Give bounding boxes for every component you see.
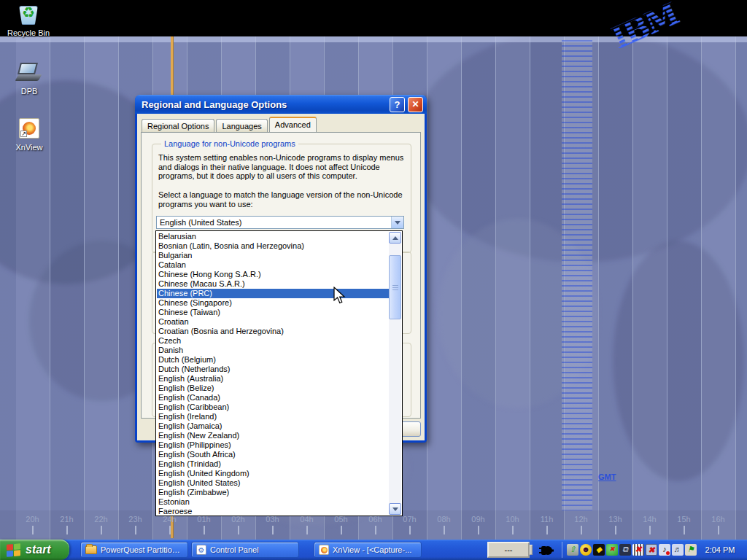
timezone-label: 20h — [15, 515, 50, 534]
timezone-label: 02h — [221, 515, 255, 534]
taskbar-button-control-panel[interactable]: ⚙ Control Panel — [191, 542, 299, 558]
dialog-title: Regional and Language Options — [135, 99, 390, 110]
gmt-label: GMT — [598, 472, 616, 481]
language-option[interactable]: Chinese (Singapore) — [157, 298, 390, 308]
start-button[interactable]: start — [0, 540, 69, 560]
groupbox-title: Language for non-Unicode programs — [161, 139, 298, 148]
offline-globe-icon[interactable]: ✖ — [606, 544, 618, 556]
language-option[interactable]: Chinese (PRC) — [157, 289, 390, 298]
chevron-down-icon — [395, 221, 400, 225]
language-option[interactable]: Chinese (Taiwan) — [157, 308, 390, 317]
language-option[interactable]: English (United Kingdom) — [157, 469, 390, 478]
language-option[interactable]: Chinese (Hong Kong S.A.R.) — [157, 270, 390, 279]
desktop-icon-label: DPB — [1, 87, 58, 96]
language-option[interactable]: Dutch (Belgium) — [157, 355, 390, 365]
timezone-label: 21h — [50, 515, 84, 534]
desktop-icon-label: XnView — [1, 143, 58, 152]
language-option[interactable]: Croatian (Bosnia and Herzegovina) — [157, 327, 390, 336]
taskbar-clock[interactable]: 2:04 PM — [697, 540, 743, 560]
timezone-label: 04h — [290, 515, 324, 534]
combobox-dropdown-button[interactable] — [391, 217, 403, 228]
language-option[interactable]: Bulgarian — [157, 251, 390, 260]
tray-divider — [562, 542, 562, 558]
tab[interactable]: Advanced — [269, 117, 317, 132]
volume-icon[interactable]: ♬ — [672, 544, 684, 556]
battery-meter-band[interactable]: --- — [487, 542, 530, 558]
timezone-label: 06h — [358, 515, 392, 534]
timezone-label: 13h — [598, 515, 632, 534]
desktop-icon-recycle-bin[interactable]: ♻ Recycle Bin — [0, 3, 57, 37]
language-option[interactable]: English (Australia) — [157, 374, 390, 384]
language-option[interactable]: English (Canada) — [157, 393, 390, 402]
scroll-down-button[interactable] — [389, 503, 401, 515]
network-computers-icon[interactable]: ⧉ — [619, 544, 631, 556]
language-option[interactable]: English (New Zealand) — [157, 431, 390, 440]
system-tray: ⇧☻◆✖⧉✖✖♪♬⚑ — [567, 544, 697, 556]
combobox-value: English (United States) — [157, 218, 391, 227]
timezone-label: 22h — [84, 515, 118, 534]
safely-remove-hardware-icon[interactable]: ⇧ — [567, 544, 578, 556]
mouse-cursor — [333, 287, 347, 306]
language-option[interactable]: English (Jamaica) — [157, 421, 390, 431]
description-text: This system setting enables non-Unicode … — [158, 153, 411, 181]
timezone-label: 15h — [667, 515, 701, 534]
timezone-label: 24h — [152, 515, 187, 534]
dialog-titlebar[interactable]: Regional and Language Options ? ✕ — [135, 95, 427, 114]
desktop-icon-label: Recycle Bin — [0, 28, 57, 37]
timezone-labels: 20h21h22h23h24h01h02h03h04h05h06h07h08h0… — [15, 515, 735, 534]
language-option[interactable]: English (Caribbean) — [157, 402, 390, 412]
language-option[interactable]: Bosnian (Latin, Bosnia and Herzegovina) — [157, 241, 390, 251]
scroll-up-button[interactable] — [389, 232, 401, 244]
language-option[interactable]: Croatian — [157, 317, 390, 327]
help-button[interactable]: ? — [390, 97, 405, 112]
language-option[interactable]: Belarusian — [157, 232, 390, 241]
language-option[interactable]: Faeroese — [157, 507, 390, 516]
language-option[interactable]: Chinese (Macau S.A.R.) — [157, 279, 390, 289]
taskbar-button-xnview[interactable]: XnView - [<Capture-... — [314, 542, 422, 558]
display-error-icon[interactable]: ✖ — [646, 544, 657, 556]
chevron-down-icon — [392, 508, 398, 511]
power-plug-icon — [537, 544, 554, 557]
timezone-label: 23h — [118, 515, 152, 534]
language-option[interactable]: Dutch (Netherlands) — [157, 365, 390, 374]
language-option[interactable]: Estonian — [157, 497, 390, 507]
language-option[interactable]: English (Zimbabwe) — [157, 488, 390, 497]
recycle-bin-icon: ♻ — [16, 3, 41, 26]
language-option[interactable]: English (Belize) — [157, 384, 390, 393]
list-scrollbar[interactable] — [389, 232, 401, 515]
close-button[interactable]: ✕ — [408, 97, 423, 112]
desktop-icon-dpb[interactable]: DPB — [1, 61, 58, 96]
tab-strip: Regional OptionsLanguagesAdvanced — [142, 117, 318, 132]
start-label: start — [26, 543, 51, 556]
language-combobox[interactable]: English (United States) — [156, 216, 404, 229]
language-option[interactable]: English (South Africa) — [157, 450, 390, 459]
scrollbar-thumb[interactable] — [389, 255, 401, 319]
language-dropdown-list: BelarusianBosnian (Latin, Bosnia and Her… — [155, 230, 403, 516]
shortcut-arrow-icon: ↗ — [20, 131, 27, 137]
language-option[interactable]: Catalan — [157, 260, 390, 270]
language-option[interactable]: English (Philippines) — [157, 440, 390, 450]
language-option[interactable]: Danish — [157, 346, 390, 355]
svg-text:IBM: IBM — [606, 0, 684, 48]
muted-device-icon[interactable]: ♪ — [659, 544, 670, 556]
language-option[interactable]: Czech — [157, 336, 390, 346]
desktop-icon-xnview[interactable]: ↗ XnView — [1, 117, 58, 152]
xnview-icon — [319, 545, 329, 555]
control-panel-icon: ⚙ — [196, 545, 206, 555]
language-option[interactable]: English (Trinidad) — [157, 459, 390, 469]
power-meter-icon[interactable]: ⚑ — [685, 544, 697, 556]
language-option[interactable]: English (Ireland) — [157, 412, 390, 421]
laptop-icon — [17, 61, 42, 85]
signal-disconnected-icon[interactable]: ✖ — [632, 544, 644, 556]
tab[interactable]: Languages — [216, 119, 267, 132]
timezone-label: 01h — [187, 515, 221, 534]
taskbar-button-powerquest[interactable]: PowerQuest Partition... — [80, 542, 188, 558]
language-option[interactable]: English (United States) — [157, 478, 390, 488]
toolbar-handle[interactable] — [530, 545, 533, 555]
tab[interactable]: Regional Options — [142, 119, 214, 132]
timezone-label: 07h — [392, 515, 427, 534]
yellow-ball-icon[interactable]: ☻ — [580, 544, 592, 556]
windows-flag-icon — [7, 543, 21, 557]
antivirus-diamond-icon[interactable]: ◆ — [593, 544, 605, 556]
instruction-text: Select a language to match the language … — [158, 190, 414, 209]
